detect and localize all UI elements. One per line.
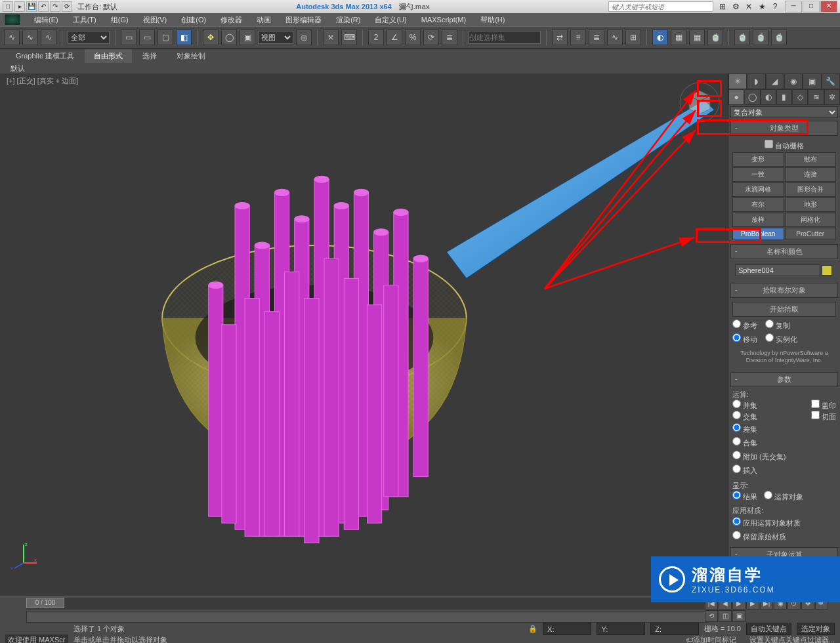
radio-insert[interactable]: 插入 (732, 463, 836, 477)
menu-views[interactable]: 视图(V) (136, 15, 174, 25)
qat-new-icon[interactable]: □ (3, 1, 13, 12)
radio-move[interactable]: 移动 (732, 332, 757, 346)
time-tag-icon[interactable]: 🏷 (686, 636, 693, 643)
material-editor-icon[interactable]: ◐ (652, 30, 668, 45)
radio-attach[interactable]: 附加 (无交集) (732, 449, 836, 463)
coord-x-input[interactable] (554, 624, 587, 634)
lock-icon[interactable]: 🔒 (528, 625, 537, 633)
tab-selection[interactable]: 选择 (133, 49, 166, 63)
btn-loft[interactable]: 放样 (732, 213, 784, 227)
btn-shapemerge[interactable]: 图形合并 (785, 182, 837, 197)
btn-terrain[interactable]: 地形 (785, 197, 837, 212)
viewport[interactable]: [+] [正交] [真实 + 边面] (0, 73, 728, 596)
coord-z-input[interactable] (662, 624, 694, 634)
shapes-subtab-icon[interactable]: ◯ (744, 89, 760, 105)
menu-render[interactable]: 渲染(R) (329, 15, 367, 25)
rollup-name-color[interactable]: -名称和颜色 (730, 244, 838, 259)
tab-graphite[interactable]: Graphite 建模工具 (7, 49, 83, 63)
star-icon[interactable]: ★ (757, 1, 767, 12)
selection-filter-dropdown[interactable]: 全部 (68, 31, 110, 44)
manip-icon[interactable]: ⤧ (323, 30, 339, 45)
coord-system-dropdown[interactable]: 视图 (258, 31, 293, 44)
snap-percent-icon[interactable]: % (405, 30, 421, 45)
help-icon[interactable]: ? (770, 1, 780, 12)
grid-icon[interactable]: ⊞ (717, 1, 728, 12)
application-button[interactable] (4, 14, 21, 26)
radio-instance[interactable]: 实例化 (765, 332, 797, 346)
btn-conform[interactable]: 一致 (732, 167, 784, 182)
select-region-icon[interactable]: ▢ (158, 30, 173, 45)
render-prod-icon[interactable]: 🍵 (771, 30, 787, 45)
cameras-subtab-icon[interactable]: ▮ (776, 89, 792, 105)
snap-spinner-icon[interactable]: ⟳ (423, 30, 439, 45)
rotate-icon[interactable]: ◯ (221, 30, 237, 45)
menu-help[interactable]: 帮助(H) (474, 15, 511, 25)
quick-render-icon[interactable]: 🍵 (707, 30, 723, 45)
check-cap[interactable]: 盖印 (811, 400, 836, 411)
search-input[interactable] (608, 1, 713, 12)
lights-subtab-icon[interactable]: ◐ (761, 89, 776, 105)
object-name-input[interactable] (735, 264, 820, 276)
display-tab-icon[interactable]: ▣ (803, 73, 821, 89)
spacewarps-subtab-icon[interactable]: ≋ (808, 89, 824, 105)
snap-angle-icon[interactable]: ∠ (387, 30, 402, 45)
render-setup-icon[interactable]: ▦ (671, 30, 686, 45)
menu-animation[interactable]: 动画 (250, 15, 278, 25)
start-pick-button[interactable]: 开始拾取 (732, 302, 836, 317)
render-icon[interactable]: 🍵 (734, 30, 750, 45)
autogrid-checkbox[interactable]: 自动栅格 (732, 138, 836, 152)
pivot-icon[interactable]: ◎ (296, 30, 312, 45)
move-icon[interactable]: ✥ (203, 30, 219, 45)
menu-maxscript[interactable]: MAXScript(M) (415, 16, 472, 24)
modify-tab-icon[interactable]: ◗ (747, 73, 765, 89)
tab-freeform[interactable]: 自由形式 (85, 49, 132, 63)
select-name-icon[interactable]: ▭ (139, 30, 155, 45)
radio-result[interactable]: 结果 (732, 491, 757, 502)
utilities-tab-icon[interactable]: 🔧 (822, 73, 840, 89)
setkey-button[interactable]: 设置关键点 (749, 635, 786, 644)
keymode-icon[interactable]: ⌨ (341, 30, 357, 45)
radio-copy[interactable]: 复制 (765, 318, 790, 332)
helpers-subtab-icon[interactable]: ◇ (792, 89, 808, 105)
check-cut[interactable]: 切面 (811, 411, 836, 422)
nav-fov-icon[interactable]: ◫ (719, 610, 732, 622)
close-button[interactable]: ✕ (820, 1, 837, 12)
btn-morph[interactable]: 变形 (732, 152, 784, 167)
time-slider[interactable]: 0 / 100 (26, 598, 709, 610)
select-icon[interactable]: ▭ (121, 30, 136, 45)
motion-tab-icon[interactable]: ◉ (784, 73, 803, 89)
radio-intersect[interactable]: 交集 (732, 411, 757, 422)
qat-open-icon[interactable]: ▸ (14, 1, 25, 12)
category-dropdown[interactable]: 复合对象 (730, 106, 838, 118)
keyfilter-button[interactable]: 关键点过滤器... (786, 635, 835, 644)
qat-redo-icon[interactable]: ↷ (50, 1, 60, 12)
menu-modifiers[interactable]: 修改器 (214, 15, 249, 25)
window-crossing-icon[interactable]: ◧ (176, 30, 192, 45)
rollup-parameters[interactable]: -参数 (730, 372, 838, 387)
viewcube-icon[interactable] (679, 81, 721, 123)
layer-icon[interactable]: ≣ (589, 30, 604, 45)
radio-apply-op-mat[interactable]: 应用运算对象材质 (732, 516, 836, 529)
rollup-object-type[interactable]: -对象类型 (730, 121, 838, 136)
object-color-swatch[interactable] (822, 265, 832, 276)
render-iter-icon[interactable]: 🍵 (753, 30, 768, 45)
btn-blobmesh[interactable]: 水滴网格 (732, 182, 784, 197)
radio-keep-orig-mat[interactable]: 保留原始材质 (732, 529, 836, 543)
coord-y-input[interactable] (608, 624, 640, 634)
btn-mesher[interactable]: 网格化 (785, 213, 837, 227)
time-slider-knob[interactable]: 0 / 100 (26, 598, 64, 608)
unlink-icon[interactable]: ∿ (22, 30, 38, 45)
btn-procutter[interactable]: ProCutter (785, 228, 837, 240)
btn-connect[interactable]: 连接 (785, 167, 837, 182)
snap-edit-icon[interactable]: ≣ (442, 30, 457, 45)
autokey-button[interactable]: 自动关键点 (746, 623, 791, 635)
viewport-label[interactable]: [+] [正交] [真实 + 边面] (7, 76, 78, 86)
radio-merge[interactable]: 合集 (732, 436, 836, 449)
curve-editor-icon[interactable]: ∿ (607, 30, 623, 45)
nav-max-icon[interactable]: ▣ (732, 610, 746, 622)
btn-boolean[interactable]: 布尔 (732, 197, 784, 212)
render-frame-icon[interactable]: ▦ (689, 30, 705, 45)
mirror-icon[interactable]: ⇄ (552, 30, 568, 45)
nav-orbit-icon[interactable]: ⟲ (705, 610, 718, 622)
btn-scatter[interactable]: 散布 (785, 152, 837, 167)
